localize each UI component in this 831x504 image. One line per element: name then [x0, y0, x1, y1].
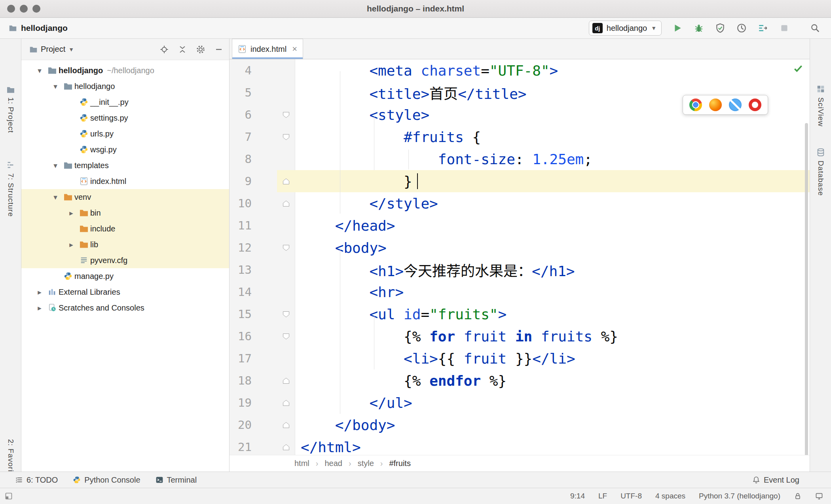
expand-arrow-icon[interactable]: ▸ [65, 208, 78, 218]
fold-up-marker[interactable] [282, 422, 290, 428]
collapse-arrow-icon[interactable]: ▾ [49, 82, 62, 91]
collapse-arrow-icon[interactable]: ▾ [49, 161, 62, 170]
tree-item-hint: ~/hellodjango [107, 66, 154, 75]
code-line-12[interactable]: 12 <body> [230, 237, 810, 259]
toolwindow-button-event-log[interactable]: Event Log [752, 476, 799, 485]
collapse-arrow-icon[interactable]: ▾ [49, 193, 62, 202]
fold-down-marker[interactable] [282, 311, 290, 318]
code-text: font-size: 1.25em; [290, 151, 592, 167]
tree-item-init-py[interactable]: __init__.py [21, 94, 229, 110]
toolwindow-button-terminal[interactable]: Terminal [156, 476, 197, 485]
gear-icon[interactable] [196, 45, 205, 54]
code-line-17[interactable]: 17 <li>{{ fruit }}</li> [230, 347, 810, 369]
fold-down-marker[interactable] [282, 244, 290, 251]
inspections-ok-icon[interactable] [793, 63, 803, 74]
toolwindow-button-todo[interactable]: 6: TODO [15, 476, 58, 485]
caret-position[interactable]: 9:14 [570, 492, 585, 500]
code-line-8[interactable]: 8 font-size: 1.25em; [230, 148, 810, 170]
firefox-icon[interactable] [709, 99, 722, 111]
code-line-4[interactable]: 4 <meta charset="UTF-8"> [230, 59, 810, 81]
tree-item-pyvenv-cfg[interactable]: pyvenv.cfg [21, 252, 229, 268]
toolwindow-button-database[interactable]: Database [810, 148, 831, 196]
fold-up-marker[interactable] [282, 200, 290, 207]
tree-item-settings-py[interactable]: settings.py [21, 110, 229, 126]
run-configuration-select[interactable]: dj hellodjango ▼ [589, 21, 662, 36]
editor-scrollbar[interactable] [805, 123, 808, 455]
code-editor[interactable]: 4 <meta charset="UTF-8">5 <title>首页</tit… [230, 59, 810, 455]
toolwindow-label: 7: Structure [6, 173, 15, 217]
code-text: <meta charset="UTF-8"> [290, 63, 558, 79]
line-separator[interactable]: LF [598, 492, 607, 500]
tree-item-urls-py[interactable]: urls.py [21, 126, 229, 142]
project-panel-title[interactable]: Project [41, 45, 65, 54]
ide-updates-icon[interactable] [815, 492, 823, 500]
expand-arrow-icon[interactable]: ▸ [33, 288, 46, 297]
code-line-13[interactable]: 13 <h1>今天推荐的水果是：</h1> [230, 259, 810, 281]
tree-item-templates[interactable]: ▾templates [21, 157, 229, 173]
search-everywhere-button[interactable] [810, 23, 821, 34]
profiler-button[interactable] [736, 23, 747, 34]
toolwindow-switcher-icon[interactable] [5, 492, 13, 500]
code-line-21[interactable]: 21</html> [230, 436, 810, 455]
debug-button[interactable] [693, 23, 704, 34]
expand-arrow-icon[interactable]: ▸ [33, 303, 46, 313]
breadcrumb-item-fruits[interactable]: #fruits [389, 459, 410, 468]
lock-icon[interactable] [794, 492, 802, 500]
fold-up-marker[interactable] [282, 377, 290, 384]
fold-down-marker[interactable] [282, 134, 290, 140]
python-interpreter[interactable]: Python 3.7 (hellodjango) [699, 492, 780, 500]
tree-item-bin[interactable]: ▸bin [21, 205, 229, 221]
chevron-down-icon[interactable]: ▼ [68, 46, 74, 53]
fold-up-marker[interactable] [282, 444, 290, 451]
concurrency-diagram-button[interactable] [757, 23, 768, 34]
fold-up-marker[interactable] [282, 178, 290, 185]
code-line-9[interactable]: 9 } [230, 170, 810, 192]
breadcrumb-item-head[interactable]: head [324, 459, 342, 468]
tree-item-wsgi-py[interactable]: wsgi.py [21, 142, 229, 157]
breadcrumb-item-style[interactable]: style [358, 459, 374, 468]
tree-item-venv[interactable]: ▾venv [21, 189, 229, 205]
run-button[interactable] [672, 23, 683, 34]
fold-up-marker[interactable] [282, 400, 290, 406]
indent-guide [340, 71, 340, 214]
tree-item-hellodjango[interactable]: ▾hellodjango~/hellodjango [21, 63, 229, 78]
toolwindow-button-python-console[interactable]: Python Console [73, 476, 140, 485]
collapse-all-icon[interactable] [178, 45, 187, 54]
code-line-10[interactable]: 10 </style> [230, 192, 810, 214]
tree-item-scratches-and-consoles[interactable]: ▸Scratches and Consoles [21, 300, 229, 316]
tree-item-external-libraries[interactable]: ▸External Libraries [21, 284, 229, 300]
code-line-18[interactable]: 18 {% endfor %} [230, 369, 810, 392]
code-line-20[interactable]: 20 </body> [230, 414, 810, 436]
fold-down-marker[interactable] [282, 112, 290, 118]
line-number: 15 [230, 307, 252, 321]
run-with-coverage-button[interactable] [715, 23, 726, 34]
code-line-19[interactable]: 19 </ul> [230, 392, 810, 414]
breadcrumb-item-html[interactable]: html [294, 459, 309, 468]
tree-item-manage-py[interactable]: manage.py [21, 268, 229, 284]
safari-icon[interactable] [729, 99, 742, 111]
expand-arrow-icon[interactable]: ▸ [65, 240, 78, 249]
hide-panel-icon[interactable] [214, 45, 224, 54]
toolwindow-button-project[interactable]: 1: Project [0, 86, 21, 133]
code-line-11[interactable]: 11 </head> [230, 214, 810, 237]
tab-index-html[interactable]: index.html × [232, 39, 303, 59]
tree-item-include[interactable]: include [21, 221, 229, 237]
tree-item-lib[interactable]: ▸lib [21, 237, 229, 252]
collapse-arrow-icon[interactable]: ▾ [33, 66, 46, 75]
code-line-16[interactable]: 16 {% for fruit in fruits %} [230, 325, 810, 347]
tab-close-icon[interactable]: × [292, 44, 297, 54]
indent-setting[interactable]: 4 spaces [655, 492, 685, 500]
code-line-15[interactable]: 15 <ul id="fruits"> [230, 303, 810, 325]
locate-file-icon[interactable] [159, 45, 169, 54]
fold-down-marker[interactable] [282, 333, 290, 340]
toolwindow-button-structure[interactable]: 7: Structure [0, 161, 21, 217]
code-line-14[interactable]: 14 <hr> [230, 281, 810, 303]
opera-icon[interactable] [749, 99, 761, 111]
code-line-7[interactable]: 7 #fruits { [230, 126, 810, 148]
file-encoding[interactable]: UTF-8 [620, 492, 642, 500]
toolwindow-button-sciview[interactable]: SciView [810, 85, 831, 127]
code-text: <ul id="fruits"> [290, 306, 507, 322]
tree-item-index-html[interactable]: index.html [21, 173, 229, 189]
chrome-icon[interactable] [689, 99, 702, 111]
tree-item-hellodjango[interactable]: ▾hellodjango [21, 78, 229, 94]
